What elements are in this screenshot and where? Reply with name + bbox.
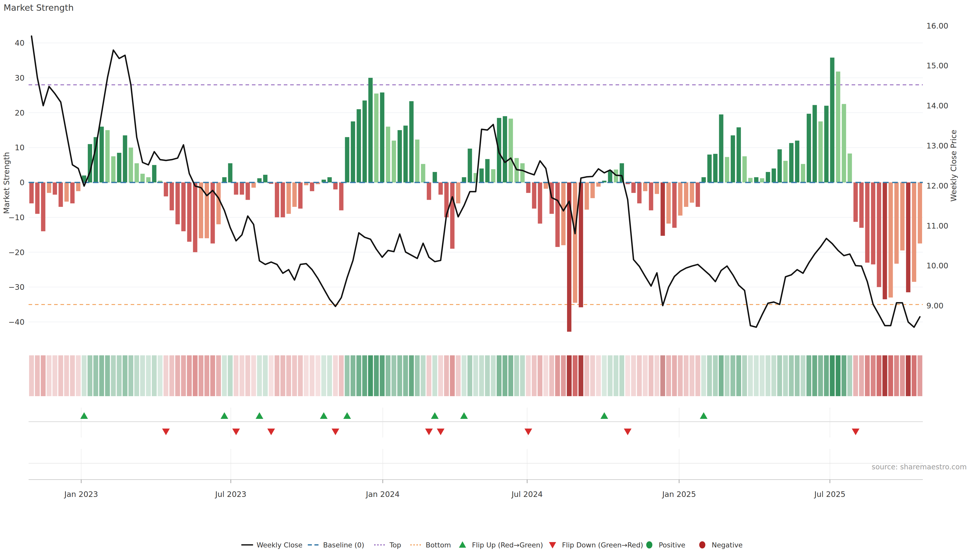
heatmap-cell (695, 355, 700, 396)
heatmap-cell (216, 355, 221, 396)
x-axis-tick-label: Jan 2023 (64, 490, 98, 499)
x-axis-tick-label: Jul 2025 (814, 490, 845, 499)
strength-bar (672, 183, 676, 228)
strength-bar (520, 163, 525, 183)
heatmap-cell (257, 355, 262, 396)
heatmap-cell (175, 355, 180, 396)
heatmap-cell (333, 355, 338, 396)
strength-bar (871, 183, 875, 264)
strength-bar (164, 183, 168, 197)
strength-bar (877, 183, 881, 287)
left-axis-tick-label: −40 (8, 318, 24, 327)
strength-bar (176, 183, 180, 224)
legend-item-label: Top (389, 541, 401, 549)
flip-down-marker (525, 429, 532, 435)
heatmap-cell (310, 355, 314, 396)
heatmap-cell (321, 355, 326, 396)
flip-down-marker (437, 429, 445, 435)
strength-bar (368, 78, 372, 183)
strength-bar (222, 177, 227, 183)
heatmap-cell (631, 355, 636, 396)
heatmap-cell (754, 355, 759, 396)
strength-bar (281, 183, 285, 218)
heatmap-cell (865, 355, 870, 396)
source-note: source: sharemaestro.com (872, 463, 967, 471)
strength-bar (386, 127, 390, 183)
flip-up-marker (320, 412, 328, 419)
heatmap-cell (871, 355, 876, 396)
heatmap-cell (304, 355, 309, 396)
strength-bar (783, 161, 788, 183)
strength-bar (573, 183, 577, 303)
heatmap-cell (29, 355, 34, 396)
strength-bar (813, 105, 817, 183)
right-axis-tick-label: 10.00 (926, 261, 948, 270)
strength-bar (632, 183, 636, 193)
heatmap-cell (374, 355, 379, 396)
heatmap-cell (351, 355, 355, 396)
strength-bar (509, 119, 513, 183)
strength-bar (830, 58, 835, 183)
strength-bar (754, 177, 759, 183)
right-axis-tick-label: 13.00 (926, 141, 948, 150)
legend-circle-icon (699, 541, 705, 548)
strength-bar (345, 137, 349, 183)
heatmap-cell (772, 355, 776, 396)
legend-item: Positive (646, 541, 685, 549)
heatmap-cell (655, 355, 659, 396)
strength-bar (35, 183, 40, 214)
strength-bar (807, 114, 811, 183)
heatmap-cell (748, 355, 753, 396)
heatmap-cell (280, 355, 285, 396)
strength-bar (123, 135, 127, 183)
legend-triangle-up-icon (459, 541, 466, 548)
heatmap-cell (286, 355, 291, 396)
strength-bar (667, 183, 671, 224)
left-axis-tick-label: 30 (15, 73, 24, 83)
heatmap-cell (567, 355, 572, 396)
heatmap-cell (812, 355, 817, 396)
heatmap-cell (912, 355, 916, 396)
heatmap-cell (596, 355, 601, 396)
heatmap-cell (292, 355, 297, 396)
strength-bar (585, 183, 589, 210)
strength-bar (590, 183, 595, 198)
heatmap-cell (64, 355, 69, 396)
legend-item: Negative (699, 541, 743, 549)
strength-bar (380, 92, 384, 183)
heatmap-cell (356, 355, 361, 396)
flip-up-marker (221, 412, 228, 419)
heatmap-cell (918, 355, 922, 396)
strength-bar (900, 183, 904, 251)
heatmap-cell (391, 355, 396, 396)
strength-bar (41, 183, 45, 231)
strength-bar (333, 183, 338, 189)
heatmap-cell (900, 355, 905, 396)
heatmap-cell (192, 355, 197, 396)
heatmap-cell (298, 355, 303, 396)
flip-up-marker (431, 412, 439, 419)
strength-bar (187, 183, 191, 241)
strength-bar (479, 168, 484, 183)
strength-bar (579, 183, 583, 307)
right-axis-title: Weekly Close Price (949, 130, 958, 202)
strength-bar (702, 177, 706, 183)
heatmap-cell (538, 355, 542, 396)
legend-item: Top (374, 541, 401, 549)
heatmap-cell (503, 355, 508, 396)
strength-bar (894, 183, 899, 264)
strength-bar (105, 130, 110, 183)
heatmap-cell (315, 355, 320, 396)
strength-bar (456, 183, 460, 203)
heatmap-cell (263, 355, 268, 396)
heatmap-cell (59, 355, 63, 396)
heatmap-cell (41, 355, 46, 396)
flip-up-marker (460, 412, 468, 419)
heatmap-cell (491, 355, 496, 396)
heatmap-cell (204, 355, 209, 396)
strength-bar (251, 183, 256, 188)
heatmap-cell (169, 355, 174, 396)
heatmap-cell (760, 355, 765, 396)
strength-bar (286, 183, 291, 214)
heatmap-cell (76, 355, 81, 396)
